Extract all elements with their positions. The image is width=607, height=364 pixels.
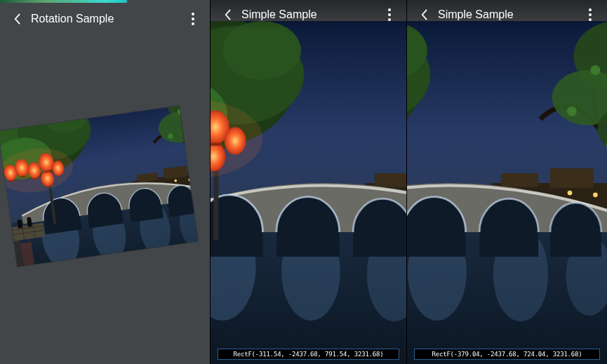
overflow-dot-icon [192,22,194,25]
photo-content [0,105,198,266]
overflow-menu-button[interactable] [380,5,399,25]
overflow-dot-icon [388,18,391,21]
rect-status: RectF(-379.04, -2437.68, 724.04, 3231.68… [414,349,600,360]
screen-title: Simple Sample [434,8,580,21]
overflow-dot-icon [192,13,194,15]
back-button[interactable] [414,5,434,25]
app-bar: Simple Sample [211,0,406,29]
overflow-dot-icon [388,8,391,11]
app-bar: Rotation Sample [0,3,210,35]
screen-simple-sample-a: Simple Sample RectF(-311.54, -2437.68, 7… [210,0,406,364]
photo-content [211,21,406,364]
rotated-image [0,105,198,266]
overflow-dot-icon [589,18,592,21]
image-viewport[interactable] [407,0,607,364]
screen-title: Rotation Sample [27,13,183,25]
rect-status: RectF(-311.54, -2437.68, 791.54, 3231.68… [218,349,399,360]
back-button[interactable] [7,9,27,29]
overflow-menu-button[interactable] [183,9,203,29]
chevron-left-icon [13,13,21,25]
screen-rotation-sample: Rotation Sample [0,0,210,364]
overflow-dot-icon [192,18,194,20]
chevron-left-icon [224,8,232,21]
rect-status-text: RectF(-311.54, -2437.68, 791.54, 3231.68… [234,351,384,358]
overflow-dot-icon [589,13,592,16]
overflow-dot-icon [388,13,391,16]
photo-content [407,21,607,364]
overflow-dot-icon [589,8,592,11]
overflow-menu-button[interactable] [580,5,600,25]
back-button[interactable] [218,5,237,25]
image-viewport[interactable] [211,0,406,364]
chevron-left-icon [420,8,428,21]
image-viewport[interactable] [0,98,204,274]
rect-status-text: RectF(-379.04, -2437.68, 724.04, 3231.68… [432,351,582,358]
screen-simple-sample-b: Simple Sample RectF(-379.04, -2437.68, 7… [406,0,607,364]
app-bar: Simple Sample [407,0,607,29]
screen-title: Simple Sample [237,8,380,21]
